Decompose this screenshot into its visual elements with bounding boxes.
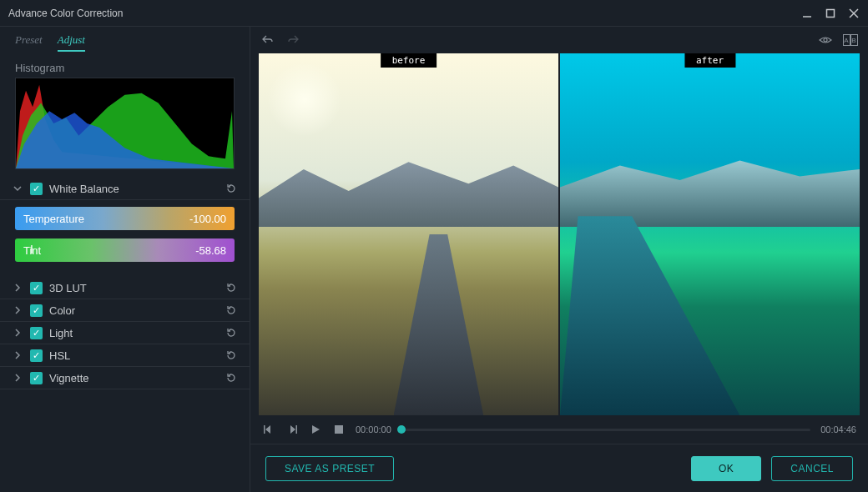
panel-vignette: ✓ Vignette bbox=[0, 367, 250, 389]
chevron-down-icon[interactable] bbox=[12, 183, 23, 194]
tab-preset[interactable]: Preset bbox=[15, 33, 43, 52]
temperature-slider[interactable]: Temperature -100.00 bbox=[15, 207, 235, 230]
white-balance-sliders: Temperature -100.00 I Tint -58.68 bbox=[0, 200, 250, 277]
window-title: Advance Color Correction bbox=[8, 8, 123, 19]
chevron-right-icon[interactable] bbox=[12, 327, 23, 339]
maximize-button[interactable] bbox=[825, 8, 836, 19]
color-title: Color bbox=[49, 304, 218, 317]
svg-point-4 bbox=[824, 38, 827, 42]
footer: SAVE AS PRESET OK CANCEL bbox=[250, 444, 868, 492]
chevron-right-icon[interactable] bbox=[12, 349, 23, 361]
sidebar-tabs: Preset Adjust bbox=[0, 33, 250, 57]
tint-label: Tint bbox=[23, 244, 41, 257]
panel-light: ✓ Light bbox=[0, 322, 250, 344]
chevron-right-icon[interactable] bbox=[12, 304, 23, 316]
reset-icon[interactable] bbox=[225, 349, 238, 362]
svg-text:B: B bbox=[851, 37, 855, 44]
reset-icon[interactable] bbox=[225, 182, 238, 195]
timeline-slider[interactable] bbox=[401, 429, 810, 431]
color-checkbox[interactable]: ✓ bbox=[30, 304, 43, 317]
hsl-checkbox[interactable]: ✓ bbox=[30, 349, 43, 362]
tab-adjust[interactable]: Adjust bbox=[58, 33, 85, 52]
tint-value: -58.68 bbox=[195, 244, 226, 257]
tint-slider[interactable]: I Tint -58.68 bbox=[15, 238, 235, 262]
vignette-title: Vignette bbox=[49, 372, 218, 384]
chevron-right-icon[interactable] bbox=[12, 282, 23, 294]
chevron-right-icon[interactable] bbox=[12, 372, 23, 384]
transport-bar: 00:00:00 00:04:46 bbox=[250, 415, 868, 444]
panel-color: ✓ Color bbox=[0, 299, 250, 322]
preview-compare: before after bbox=[259, 53, 860, 415]
before-badge: before bbox=[381, 53, 437, 68]
white-balance-checkbox[interactable]: ✓ bbox=[30, 183, 43, 195]
play-button[interactable] bbox=[309, 423, 322, 436]
close-button[interactable] bbox=[848, 8, 860, 19]
svg-rect-11 bbox=[335, 425, 343, 434]
preview-after: after bbox=[560, 53, 860, 415]
duration: 00:04:46 bbox=[820, 424, 856, 434]
cancel-button[interactable]: CANCEL bbox=[771, 456, 853, 481]
histogram bbox=[15, 78, 235, 169]
temperature-label: Temperature bbox=[23, 213, 84, 225]
ok-button[interactable]: OK bbox=[691, 456, 761, 481]
main-area: Preset Adjust Histogram ✓ White Balance … bbox=[0, 27, 868, 492]
svg-rect-10 bbox=[296, 425, 298, 434]
content-toolbar: AB bbox=[250, 27, 868, 53]
preview-before: before bbox=[259, 53, 558, 415]
preview-toggle-icon[interactable] bbox=[818, 33, 833, 48]
titlebar: Advance Color Correction bbox=[0, 0, 868, 27]
timeline-handle[interactable] bbox=[397, 425, 406, 434]
step-back-button[interactable] bbox=[262, 423, 275, 436]
reset-icon[interactable] bbox=[225, 371, 238, 384]
light-title: Light bbox=[49, 327, 218, 339]
after-badge: after bbox=[684, 53, 735, 68]
stop-button[interactable] bbox=[332, 423, 346, 436]
save-preset-button[interactable]: SAVE AS PRESET bbox=[265, 456, 394, 481]
reset-icon[interactable] bbox=[225, 304, 238, 317]
sidebar: Preset Adjust Histogram ✓ White Balance … bbox=[0, 27, 250, 492]
3dlut-checkbox[interactable]: ✓ bbox=[30, 282, 43, 294]
minimize-button[interactable] bbox=[801, 8, 813, 19]
hsl-title: HSL bbox=[49, 349, 218, 362]
svg-rect-9 bbox=[264, 425, 265, 434]
undo-icon[interactable] bbox=[260, 33, 275, 48]
white-balance-title: White Balance bbox=[49, 183, 218, 195]
vignette-checkbox[interactable]: ✓ bbox=[30, 372, 43, 384]
svg-rect-1 bbox=[827, 9, 835, 17]
panel-hsl: ✓ HSL bbox=[0, 344, 250, 367]
current-time: 00:00:00 bbox=[356, 424, 391, 434]
panel-white-balance: ✓ White Balance bbox=[0, 178, 250, 200]
temperature-value: -100.00 bbox=[189, 213, 226, 225]
histogram-label: Histogram bbox=[0, 57, 250, 78]
step-forward-button[interactable] bbox=[285, 423, 299, 436]
reset-icon[interactable] bbox=[225, 281, 238, 294]
reset-icon[interactable] bbox=[225, 326, 238, 339]
svg-text:A: A bbox=[844, 37, 849, 44]
window-controls bbox=[801, 8, 860, 19]
light-checkbox[interactable]: ✓ bbox=[30, 327, 43, 339]
3dlut-title: 3D LUT bbox=[49, 282, 218, 294]
redo-icon[interactable] bbox=[285, 33, 300, 48]
content-area: AB before after 00:00:00 bbox=[250, 27, 868, 492]
panel-3dlut: ✓ 3D LUT bbox=[0, 277, 250, 299]
compare-ab-icon[interactable]: AB bbox=[843, 33, 858, 48]
